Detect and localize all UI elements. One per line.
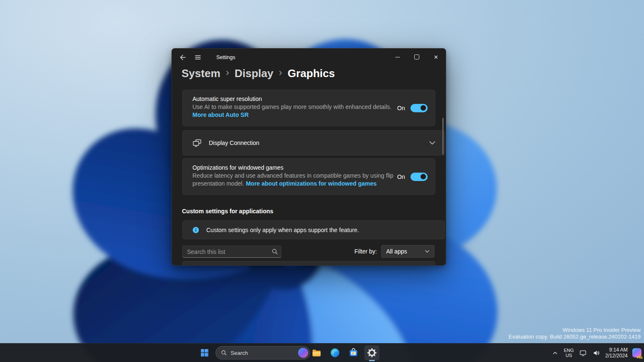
auto-sr-toggle-group: On <box>397 104 428 112</box>
chevron-up-icon <box>552 350 558 356</box>
windowed-games-card: Optimizations for windowed games Reduce … <box>182 158 435 195</box>
chevron-down-icon <box>425 249 430 253</box>
watermark-line1: Windows 11 Pro Insider Preview <box>509 327 641 334</box>
tray-overflow-button[interactable] <box>551 349 559 357</box>
display-connection-icon <box>192 139 202 147</box>
minimize-button[interactable] <box>388 49 407 65</box>
insider-watermark: Windows 11 Pro Insider Preview Evaluatio… <box>509 327 641 340</box>
start-button[interactable] <box>197 345 212 360</box>
preview-badge: PRE <box>637 356 643 359</box>
breadcrumb: System › Display › Graphics <box>182 67 335 80</box>
taskbar: Search <box>0 343 644 362</box>
window-title: Settings <box>216 54 235 60</box>
display-connection-card[interactable]: Display Connection <box>182 130 445 155</box>
tray-clock[interactable]: 9:14 AM 2/12/2024 <box>605 347 628 359</box>
language-line1: ENG <box>564 348 574 353</box>
microsoft-store-icon <box>348 348 358 358</box>
search-highlights-icon <box>298 348 308 358</box>
maximize-icon <box>414 54 419 59</box>
language-line2: US <box>564 353 574 358</box>
watermark-line2: Evaluation copy. Build 26052.ge_release.… <box>509 334 641 340</box>
chevron-down-icon <box>428 140 436 146</box>
toggle-knob <box>421 174 426 179</box>
copilot-preview-icon[interactable]: PRE <box>632 348 641 357</box>
windowed-games-title: Optimizations for windowed games <box>192 164 399 172</box>
active-app-indicator <box>369 360 375 361</box>
minimize-icon <box>395 57 400 57</box>
search-list-input[interactable] <box>182 246 281 258</box>
breadcrumb-display[interactable]: Display <box>235 67 274 80</box>
taskbar-search[interactable]: Search <box>216 346 310 359</box>
windowed-games-toggle[interactable] <box>410 173 428 181</box>
language-indicator[interactable]: ENG US <box>564 348 574 358</box>
settings-window: Settings ✕ System › Display › Graphics A… <box>171 48 446 266</box>
network-icon <box>579 349 587 357</box>
auto-sr-title: Automatic super resolution <box>192 95 392 103</box>
scrollbar-thumb[interactable] <box>442 118 444 155</box>
caption-controls: ✕ <box>388 49 446 65</box>
search-icon <box>272 248 278 255</box>
windowed-games-toggle-group: On <box>397 173 428 181</box>
file-explorer-button[interactable] <box>309 345 324 360</box>
windowed-games-toggle-label: On <box>397 173 405 180</box>
maximize-button[interactable] <box>407 49 426 65</box>
display-connection-title: Display Connection <box>209 140 260 146</box>
info-icon <box>192 227 199 233</box>
filter-row: Filter by: All apps <box>354 245 434 258</box>
volume-button[interactable] <box>592 349 601 357</box>
filter-dropdown[interactable]: All apps <box>381 245 434 258</box>
microsoft-store-button[interactable] <box>346 345 361 360</box>
edge-browser-button[interactable] <box>327 345 343 360</box>
info-text: Custom settings only apply when apps sup… <box>206 227 359 233</box>
gear-icon <box>367 348 377 358</box>
tray-date: 2/12/2024 <box>605 353 628 359</box>
search-icon <box>221 350 227 356</box>
auto-sr-toggle[interactable] <box>410 104 428 112</box>
auto-sr-description: Use AI to make supported games play more… <box>192 103 392 111</box>
breadcrumb-system[interactable]: System <box>182 67 221 80</box>
breadcrumb-graphics: Graphics <box>288 67 335 80</box>
breadcrumb-chevron-icon: › <box>226 67 229 78</box>
nav-menu-button[interactable] <box>190 51 205 64</box>
windows-logo-icon <box>200 348 209 357</box>
close-button[interactable]: ✕ <box>426 49 446 65</box>
hamburger-icon <box>195 54 201 61</box>
toggle-knob <box>421 105 426 111</box>
back-button[interactable] <box>175 51 190 64</box>
windowed-games-link[interactable]: More about optimizations for windowed ga… <box>246 180 377 187</box>
file-explorer-icon <box>312 348 322 358</box>
speaker-icon <box>593 349 600 357</box>
close-icon: ✕ <box>434 54 439 60</box>
infobar: Custom settings only apply when apps sup… <box>182 220 445 239</box>
back-arrow-icon <box>179 54 186 61</box>
search-box <box>182 246 281 258</box>
network-button[interactable] <box>579 349 587 357</box>
settings-app-button[interactable] <box>364 345 379 360</box>
auto-sr-card: Automatic super resolution Use AI to mak… <box>182 90 435 126</box>
breadcrumb-chevron-icon: › <box>279 67 282 78</box>
auto-sr-link[interactable]: More about Auto SR <box>192 111 249 118</box>
titlebar[interactable]: Settings ✕ <box>172 49 446 66</box>
system-tray: ENG US 9:14 AM 2/12/2024 <box>551 344 641 362</box>
edge-icon <box>330 348 340 358</box>
tray-time: 9:14 AM <box>605 347 628 353</box>
filter-dropdown-value: All apps <box>386 248 407 255</box>
filter-by-label: Filter by: <box>354 248 377 255</box>
section-header: Custom settings for applications <box>182 208 273 215</box>
taskbar-search-label: Search <box>231 350 298 356</box>
clipped-list-card <box>182 261 435 266</box>
auto-sr-text: Automatic super resolution Use AI to mak… <box>192 95 392 119</box>
windowed-games-text: Optimizations for windowed games Reduce … <box>192 164 399 188</box>
auto-sr-toggle-label: On <box>397 105 405 111</box>
